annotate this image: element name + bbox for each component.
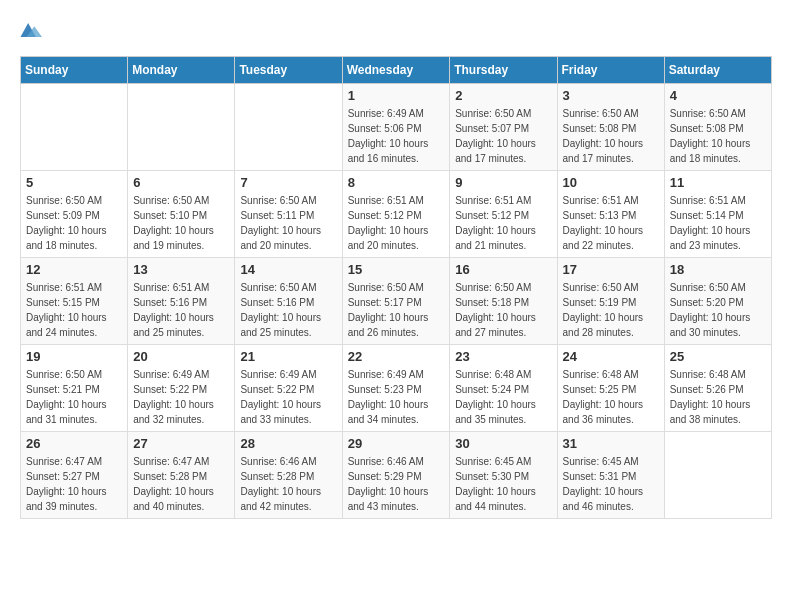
page-header bbox=[20, 20, 772, 40]
calendar-cell: 31Sunrise: 6:45 AM Sunset: 5:31 PM Dayli… bbox=[557, 432, 664, 519]
calendar-cell: 2Sunrise: 6:50 AM Sunset: 5:07 PM Daylig… bbox=[450, 84, 557, 171]
day-detail: Sunrise: 6:50 AM Sunset: 5:08 PM Dayligh… bbox=[670, 106, 766, 166]
calendar-cell: 11Sunrise: 6:51 AM Sunset: 5:14 PM Dayli… bbox=[664, 171, 771, 258]
day-number: 25 bbox=[670, 349, 766, 364]
day-number: 4 bbox=[670, 88, 766, 103]
calendar-cell: 20Sunrise: 6:49 AM Sunset: 5:22 PM Dayli… bbox=[128, 345, 235, 432]
calendar-cell: 8Sunrise: 6:51 AM Sunset: 5:12 PM Daylig… bbox=[342, 171, 450, 258]
day-detail: Sunrise: 6:50 AM Sunset: 5:18 PM Dayligh… bbox=[455, 280, 551, 340]
calendar-cell: 23Sunrise: 6:48 AM Sunset: 5:24 PM Dayli… bbox=[450, 345, 557, 432]
day-detail: Sunrise: 6:48 AM Sunset: 5:24 PM Dayligh… bbox=[455, 367, 551, 427]
day-number: 23 bbox=[455, 349, 551, 364]
day-number: 12 bbox=[26, 262, 122, 277]
logo bbox=[20, 20, 48, 40]
day-detail: Sunrise: 6:50 AM Sunset: 5:19 PM Dayligh… bbox=[563, 280, 659, 340]
day-number: 8 bbox=[348, 175, 445, 190]
day-number: 20 bbox=[133, 349, 229, 364]
calendar-week-row: 5Sunrise: 6:50 AM Sunset: 5:09 PM Daylig… bbox=[21, 171, 772, 258]
day-number: 19 bbox=[26, 349, 122, 364]
day-number: 18 bbox=[670, 262, 766, 277]
calendar-cell: 3Sunrise: 6:50 AM Sunset: 5:08 PM Daylig… bbox=[557, 84, 664, 171]
day-detail: Sunrise: 6:50 AM Sunset: 5:07 PM Dayligh… bbox=[455, 106, 551, 166]
weekday-header-row: SundayMondayTuesdayWednesdayThursdayFrid… bbox=[21, 57, 772, 84]
day-detail: Sunrise: 6:48 AM Sunset: 5:26 PM Dayligh… bbox=[670, 367, 766, 427]
calendar-cell: 27Sunrise: 6:47 AM Sunset: 5:28 PM Dayli… bbox=[128, 432, 235, 519]
day-number: 1 bbox=[348, 88, 445, 103]
day-detail: Sunrise: 6:50 AM Sunset: 5:21 PM Dayligh… bbox=[26, 367, 122, 427]
day-number: 10 bbox=[563, 175, 659, 190]
day-number: 13 bbox=[133, 262, 229, 277]
day-detail: Sunrise: 6:46 AM Sunset: 5:29 PM Dayligh… bbox=[348, 454, 445, 514]
day-number: 17 bbox=[563, 262, 659, 277]
day-detail: Sunrise: 6:47 AM Sunset: 5:27 PM Dayligh… bbox=[26, 454, 122, 514]
calendar-cell bbox=[235, 84, 342, 171]
day-number: 3 bbox=[563, 88, 659, 103]
calendar-cell: 30Sunrise: 6:45 AM Sunset: 5:30 PM Dayli… bbox=[450, 432, 557, 519]
logo-icon bbox=[20, 20, 44, 40]
calendar-cell: 12Sunrise: 6:51 AM Sunset: 5:15 PM Dayli… bbox=[21, 258, 128, 345]
day-detail: Sunrise: 6:50 AM Sunset: 5:11 PM Dayligh… bbox=[240, 193, 336, 253]
calendar-cell: 18Sunrise: 6:50 AM Sunset: 5:20 PM Dayli… bbox=[664, 258, 771, 345]
day-number: 14 bbox=[240, 262, 336, 277]
calendar-week-row: 26Sunrise: 6:47 AM Sunset: 5:27 PM Dayli… bbox=[21, 432, 772, 519]
calendar-cell: 28Sunrise: 6:46 AM Sunset: 5:28 PM Dayli… bbox=[235, 432, 342, 519]
calendar-cell: 29Sunrise: 6:46 AM Sunset: 5:29 PM Dayli… bbox=[342, 432, 450, 519]
day-detail: Sunrise: 6:50 AM Sunset: 5:10 PM Dayligh… bbox=[133, 193, 229, 253]
day-number: 5 bbox=[26, 175, 122, 190]
day-detail: Sunrise: 6:45 AM Sunset: 5:31 PM Dayligh… bbox=[563, 454, 659, 514]
weekday-header: Thursday bbox=[450, 57, 557, 84]
weekday-header: Monday bbox=[128, 57, 235, 84]
day-number: 9 bbox=[455, 175, 551, 190]
day-detail: Sunrise: 6:47 AM Sunset: 5:28 PM Dayligh… bbox=[133, 454, 229, 514]
day-detail: Sunrise: 6:50 AM Sunset: 5:08 PM Dayligh… bbox=[563, 106, 659, 166]
calendar-cell: 15Sunrise: 6:50 AM Sunset: 5:17 PM Dayli… bbox=[342, 258, 450, 345]
calendar-cell: 16Sunrise: 6:50 AM Sunset: 5:18 PM Dayli… bbox=[450, 258, 557, 345]
day-number: 28 bbox=[240, 436, 336, 451]
calendar-cell: 21Sunrise: 6:49 AM Sunset: 5:22 PM Dayli… bbox=[235, 345, 342, 432]
calendar-cell: 1Sunrise: 6:49 AM Sunset: 5:06 PM Daylig… bbox=[342, 84, 450, 171]
calendar-cell: 26Sunrise: 6:47 AM Sunset: 5:27 PM Dayli… bbox=[21, 432, 128, 519]
day-detail: Sunrise: 6:50 AM Sunset: 5:17 PM Dayligh… bbox=[348, 280, 445, 340]
weekday-header: Friday bbox=[557, 57, 664, 84]
day-number: 24 bbox=[563, 349, 659, 364]
calendar-cell: 5Sunrise: 6:50 AM Sunset: 5:09 PM Daylig… bbox=[21, 171, 128, 258]
day-detail: Sunrise: 6:51 AM Sunset: 5:15 PM Dayligh… bbox=[26, 280, 122, 340]
calendar-cell: 19Sunrise: 6:50 AM Sunset: 5:21 PM Dayli… bbox=[21, 345, 128, 432]
day-detail: Sunrise: 6:51 AM Sunset: 5:12 PM Dayligh… bbox=[348, 193, 445, 253]
day-number: 22 bbox=[348, 349, 445, 364]
calendar-week-row: 12Sunrise: 6:51 AM Sunset: 5:15 PM Dayli… bbox=[21, 258, 772, 345]
calendar-cell: 22Sunrise: 6:49 AM Sunset: 5:23 PM Dayli… bbox=[342, 345, 450, 432]
calendar-week-row: 19Sunrise: 6:50 AM Sunset: 5:21 PM Dayli… bbox=[21, 345, 772, 432]
day-number: 16 bbox=[455, 262, 551, 277]
weekday-header: Saturday bbox=[664, 57, 771, 84]
calendar-cell: 4Sunrise: 6:50 AM Sunset: 5:08 PM Daylig… bbox=[664, 84, 771, 171]
day-detail: Sunrise: 6:49 AM Sunset: 5:23 PM Dayligh… bbox=[348, 367, 445, 427]
calendar-cell bbox=[21, 84, 128, 171]
day-number: 11 bbox=[670, 175, 766, 190]
calendar-cell: 17Sunrise: 6:50 AM Sunset: 5:19 PM Dayli… bbox=[557, 258, 664, 345]
day-number: 31 bbox=[563, 436, 659, 451]
calendar-cell: 10Sunrise: 6:51 AM Sunset: 5:13 PM Dayli… bbox=[557, 171, 664, 258]
day-detail: Sunrise: 6:50 AM Sunset: 5:16 PM Dayligh… bbox=[240, 280, 336, 340]
day-detail: Sunrise: 6:50 AM Sunset: 5:20 PM Dayligh… bbox=[670, 280, 766, 340]
calendar-cell: 9Sunrise: 6:51 AM Sunset: 5:12 PM Daylig… bbox=[450, 171, 557, 258]
day-number: 21 bbox=[240, 349, 336, 364]
day-number: 7 bbox=[240, 175, 336, 190]
day-detail: Sunrise: 6:51 AM Sunset: 5:13 PM Dayligh… bbox=[563, 193, 659, 253]
day-number: 29 bbox=[348, 436, 445, 451]
calendar-table: SundayMondayTuesdayWednesdayThursdayFrid… bbox=[20, 56, 772, 519]
day-detail: Sunrise: 6:49 AM Sunset: 5:06 PM Dayligh… bbox=[348, 106, 445, 166]
weekday-header: Wednesday bbox=[342, 57, 450, 84]
day-number: 6 bbox=[133, 175, 229, 190]
calendar-cell bbox=[664, 432, 771, 519]
day-number: 27 bbox=[133, 436, 229, 451]
day-detail: Sunrise: 6:51 AM Sunset: 5:12 PM Dayligh… bbox=[455, 193, 551, 253]
day-number: 26 bbox=[26, 436, 122, 451]
day-detail: Sunrise: 6:51 AM Sunset: 5:14 PM Dayligh… bbox=[670, 193, 766, 253]
day-detail: Sunrise: 6:49 AM Sunset: 5:22 PM Dayligh… bbox=[133, 367, 229, 427]
calendar-cell: 6Sunrise: 6:50 AM Sunset: 5:10 PM Daylig… bbox=[128, 171, 235, 258]
day-number: 2 bbox=[455, 88, 551, 103]
calendar-cell: 14Sunrise: 6:50 AM Sunset: 5:16 PM Dayli… bbox=[235, 258, 342, 345]
day-detail: Sunrise: 6:48 AM Sunset: 5:25 PM Dayligh… bbox=[563, 367, 659, 427]
weekday-header: Tuesday bbox=[235, 57, 342, 84]
